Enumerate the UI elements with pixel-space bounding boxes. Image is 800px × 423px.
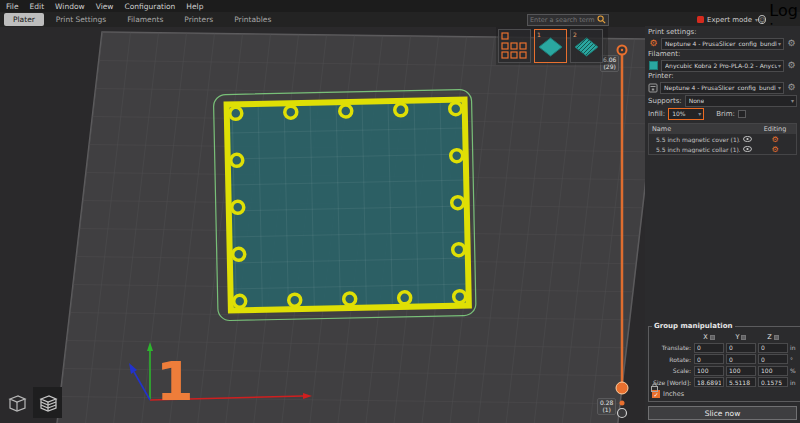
scale-row: Scale: % <box>652 366 798 376</box>
view-mode-buttons <box>2 387 62 418</box>
edit-object-icon[interactable]: ⚙ <box>771 135 778 144</box>
plate-thumbnail-2[interactable]: 2 <box>570 29 603 63</box>
edit-filament-icon[interactable]: ⚙ <box>786 60 797 71</box>
model-group <box>213 89 476 320</box>
size-row: Size [World]: in <box>652 377 798 387</box>
rotate-y-field[interactable] <box>726 354 756 364</box>
menu-file[interactable]: File <box>6 2 19 11</box>
printer-icon <box>648 83 658 93</box>
filament-label: Filament: <box>648 50 797 59</box>
search-icon <box>597 15 606 24</box>
object-list: Name Editing 5.5 inch magnetic cover (1)… <box>648 123 797 155</box>
object-row[interactable]: 5.5 inch magnetic cover (1).stl ⚙ <box>649 134 796 144</box>
menu-view[interactable]: View <box>96 2 114 11</box>
print-settings-label: Print settings: <box>648 28 797 37</box>
scale-y-field[interactable] <box>726 366 756 376</box>
user-face-icon: ☺ <box>758 15 766 24</box>
plate-number: 1 <box>156 354 194 410</box>
translate-x-field[interactable] <box>694 343 724 353</box>
edit-printer-icon[interactable]: ⚙ <box>786 82 797 93</box>
menu-configuration[interactable]: Configuration <box>124 2 175 11</box>
inches-label: Inches <box>663 390 684 398</box>
3d-viewport[interactable]: 1 6.06 (29) 0.28 (1) 1 2 <box>0 26 645 423</box>
print-settings-icon: ⚙ <box>648 38 659 49</box>
supports-dropdown[interactable]: None <box>685 95 797 107</box>
edit-print-settings-icon[interactable]: ⚙ <box>786 38 797 49</box>
lock-icon[interactable] <box>651 377 658 396</box>
axis-y-icon <box>741 335 746 340</box>
size-y-field[interactable] <box>726 377 756 387</box>
tab-printers[interactable]: Printers <box>175 13 222 26</box>
axis-z-icon <box>774 335 779 340</box>
group-manipulation-title: Group manipulation <box>652 322 735 330</box>
rotate-x-field[interactable] <box>694 354 724 364</box>
tab-print-settings[interactable]: Print Settings <box>47 13 115 26</box>
filament-dropdown[interactable]: Anycubic Kobra 2 Pro-PLA-0.2 - Anycubic … <box>661 60 784 72</box>
build-plate-scene <box>0 26 645 423</box>
editor-view-button[interactable] <box>2 387 31 418</box>
translate-y-field[interactable] <box>726 343 756 353</box>
name-column-header: Name <box>649 125 740 133</box>
size-x-field[interactable] <box>694 377 724 387</box>
tab-plater[interactable]: Plater <box>4 13 44 26</box>
mode-selector[interactable]: Expert mode ▾ <box>697 14 758 25</box>
object-row[interactable]: 5.5 inch magnetic collar (1).stl ⚙ <box>649 144 796 154</box>
infill-label: Infill: <box>648 110 665 118</box>
printer-dropdown[interactable]: Neptune 4 - PrusaSlicer_config_bundle <box>660 82 784 94</box>
menu-window[interactable]: Window <box>55 2 85 11</box>
filament-color-swatch <box>649 61 658 70</box>
right-panel: Print settings: ⚙ Neptune 4 - PrusaSlice… <box>645 26 800 423</box>
plate-thumbnails: 1 2 <box>496 27 608 65</box>
rotate-z-field[interactable] <box>758 354 788 364</box>
tab-filaments[interactable]: Filaments <box>118 13 172 26</box>
translate-z-field[interactable] <box>758 343 788 353</box>
axis-y-label: Y <box>736 333 740 341</box>
sliced-cube-icon <box>37 392 59 414</box>
slider-bottom-badge: 0.28 (1) <box>597 398 616 415</box>
eye-icon[interactable] <box>740 136 754 142</box>
rotate-row: Rotate: ° <box>652 354 798 364</box>
print-settings-dropdown[interactable]: Neptune 4 - PrusaSlicer_config_bundle (m… <box>661 38 784 50</box>
login-button[interactable]: ☺ Log in ▾ <box>758 14 800 25</box>
mode-label: Expert mode <box>707 16 752 24</box>
search-input[interactable] <box>530 16 597 24</box>
brim-label: Brim: <box>716 110 735 118</box>
slice-now-button[interactable]: Slice now <box>648 406 797 420</box>
plate-thumbnail-1[interactable]: 1 <box>534 29 567 63</box>
printer-label: Printer: <box>648 72 797 81</box>
plates-grid-icon <box>499 30 530 62</box>
axis-x-icon <box>710 335 715 340</box>
tab-printables[interactable]: Printables <box>225 13 280 26</box>
edit-object-icon[interactable]: ⚙ <box>771 145 778 154</box>
editing-column-header: Editing <box>754 125 796 133</box>
axis-z-label: Z <box>767 333 771 341</box>
search-box[interactable] <box>527 14 609 26</box>
size-z-field[interactable] <box>758 377 788 387</box>
menu-help[interactable]: Help <box>186 2 203 11</box>
cube-icon <box>6 392 28 414</box>
scale-z-field[interactable] <box>758 366 788 376</box>
brim-checkbox[interactable] <box>738 110 746 118</box>
group-manipulation-panel: Group manipulation X Y Z Translate: in R… <box>648 322 800 402</box>
supports-label: Supports: <box>648 97 682 105</box>
scale-x-field[interactable] <box>694 366 724 376</box>
eye-icon[interactable] <box>740 146 754 152</box>
infill-dropdown[interactable]: 10% <box>668 108 704 120</box>
translate-row: Translate: in <box>652 343 798 353</box>
menu-edit[interactable]: Edit <box>30 2 45 11</box>
tab-bar: Plater Print Settings Filaments Printers… <box>0 12 800 27</box>
expert-mode-icon <box>697 16 704 23</box>
menu-bar: File Edit Window View Configuration Help <box>0 0 800 12</box>
axis-x-label: X <box>703 333 707 341</box>
arrange-plates-button[interactable] <box>498 29 531 63</box>
preview-view-button[interactable] <box>33 387 62 418</box>
